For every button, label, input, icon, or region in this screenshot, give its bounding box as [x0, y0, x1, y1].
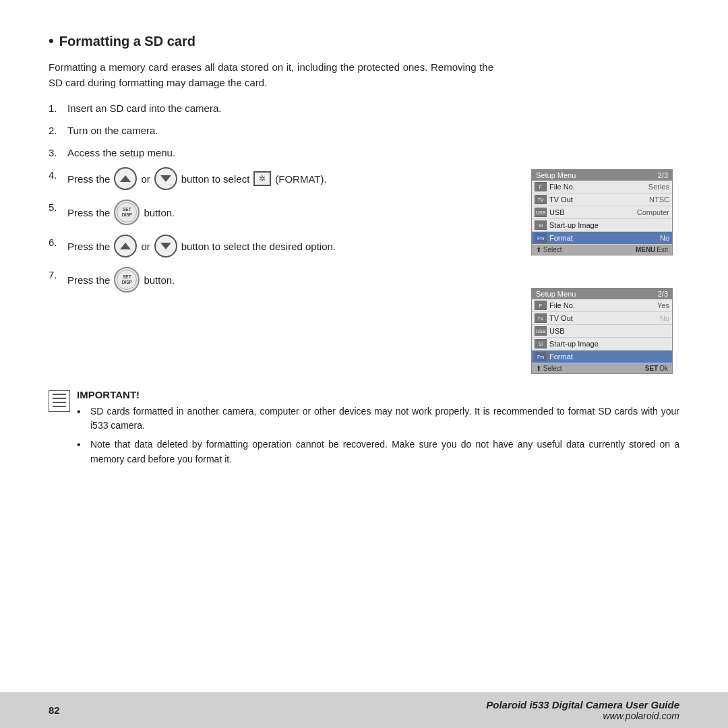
step-3-content: Access the setup menu. [67, 145, 518, 160]
menu1-format-icon: Fm [535, 233, 547, 243]
step-3: 3. Access the setup menu. [49, 145, 518, 160]
step-6-content: Press the or button to select the desire… [67, 235, 518, 257]
menu2-header: Setup Menu 2/3 [532, 289, 672, 299]
menu1-row-tvout: TV TV Out NTSC [532, 193, 672, 206]
menu2-tvout-icon: TV [535, 313, 547, 323]
step-4-num: 4. [49, 167, 67, 183]
important-text-2: Note that data deleted by formatting ope… [90, 437, 679, 466]
line-4 [53, 406, 66, 407]
menu2-startup-icon: SI [535, 339, 547, 348]
important-title: IMPORTANT! [77, 389, 679, 400]
down-button-icon [154, 167, 177, 190]
bullet-mark-2: • [77, 437, 86, 466]
important-bullet-1: • SD cards formatted in another camera, … [77, 404, 679, 433]
important-text-1: SD cards formatted in another camera, co… [90, 404, 679, 433]
menu1-usb-value: Computer [637, 208, 669, 216]
footer-page-number: 82 [49, 704, 60, 716]
important-bullet-2: • Note that data deleted by formatting o… [77, 437, 679, 466]
menu1-row-startup: SI Start-up Image [532, 219, 672, 232]
menu2-footer-select: ⬆ Select [536, 365, 562, 372]
footer-title: Polaroid i533 Digital Camera User Guide [486, 699, 679, 710]
menu1-tvout-value: NTSC [649, 195, 669, 204]
menu2-fileno-label: File No. [549, 301, 655, 309]
menu1-row-usb: USB USB Computer [532, 206, 672, 219]
menu2-header-right: 2/3 [658, 290, 668, 298]
step-2-num: 2. [49, 123, 67, 138]
bullet-mark-1: • [77, 404, 86, 433]
setup-menu-2: Setup Menu 2/3 F File No. Yes TV TV Out … [531, 288, 673, 374]
step-2-content: Turn on the camera. [67, 123, 518, 138]
step-5-num: 5. [49, 200, 67, 215]
footer-url: www.polaroid.com [486, 710, 679, 721]
intro-paragraph: Formatting a memory card erases all data… [49, 59, 493, 91]
important-content: IMPORTANT! • SD cards formatted in anoth… [77, 389, 679, 471]
step-4: 4. Press the or button to select (FORMAT… [49, 167, 518, 190]
step-4-content: Press the or button to select (FORMAT). [67, 167, 518, 190]
step-2: 2. Turn on the camera. [49, 123, 518, 138]
menu2-row-startup: SI Start-up Image [532, 338, 672, 351]
menu2-footer: ⬆ Select SET Ok [532, 363, 672, 373]
up-button-icon [114, 167, 137, 190]
menu1-footer-select: ⬆ Select [536, 246, 562, 253]
menu2-usb-label: USB [549, 327, 667, 335]
step-4-format-text: (FORMAT). [275, 171, 326, 188]
step-7-num: 7. [49, 267, 67, 282]
set-button-icon-7: SETDISP [114, 267, 140, 293]
menu1-header-left: Setup Menu [536, 171, 576, 179]
menu2-row-tvout: TV TV Out No [532, 312, 672, 325]
step-1-num: 1. [49, 100, 67, 116]
up-button-icon-6 [114, 235, 137, 257]
bullet-icon: • [49, 32, 54, 50]
step-5-content: Press the SETDISP button. [67, 200, 518, 225]
important-lines-icon [53, 394, 66, 408]
step-6: 6. Press the or button to select the des… [49, 235, 518, 257]
steps-container: 1. Insert an SD card into the camera. 2.… [49, 100, 679, 374]
menu1-usb-label: USB [549, 208, 634, 216]
step-1: 1. Insert an SD card into the camera. [49, 100, 518, 116]
menu2-footer-ok: SET Ok [645, 365, 668, 372]
menu1-fileno-label: File No. [549, 183, 646, 191]
menu1-usb-icon: USB [535, 208, 547, 217]
menu1-row-fileno: F File No. Series [532, 181, 672, 193]
footer: 82 Polaroid i533 Digital Camera User Gui… [0, 692, 728, 728]
menu2-fileno-value: Yes [657, 301, 669, 309]
step-7-content: Press the SETDISP button. [67, 267, 518, 293]
menu1-startup-label: Start-up Image [549, 221, 667, 229]
step-7: 7. Press the SETDISP button. [49, 267, 518, 293]
step-5-press-text: Press the [67, 204, 110, 222]
step-7-press-text: Press the [67, 272, 110, 289]
menu2-format-label: Format [549, 353, 667, 361]
down-button-icon-6 [154, 235, 177, 257]
step-6-rest: button to select the desired option. [181, 238, 336, 255]
menu2-tvout-label: TV Out [549, 314, 657, 322]
menu1-format-label: Format [549, 234, 657, 242]
step-5-button-text: button. [144, 204, 175, 222]
step-6-or: or [141, 238, 150, 255]
footer-right: Polaroid i533 Digital Camera User Guide … [486, 699, 679, 721]
step-7-button-text: button. [144, 272, 175, 289]
menu2-fileno-icon: F [535, 301, 547, 310]
page: • Formatting a SD card Formatting a memo… [0, 0, 728, 728]
steps-list: 1. Insert an SD card into the camera. 2.… [49, 100, 518, 374]
step-6-num: 6. [49, 235, 67, 250]
step-1-content: Insert an SD card into the camera. [67, 100, 518, 116]
menu1-footer: ⬆ Select MENU Exit [532, 245, 672, 255]
step-4-select-text: select [223, 171, 249, 188]
menu2-usb-icon: USB [535, 326, 547, 336]
menu1-header-right: 2/3 [658, 171, 668, 179]
menu2-format-icon: Fm [535, 352, 547, 361]
step-6-press-text: Press the [67, 238, 110, 255]
important-section: IMPORTANT! • SD cards formatted in anoth… [49, 389, 679, 471]
menu1-header: Setup Menu 2/3 [532, 170, 672, 181]
menu1-fileno-value: Series [648, 183, 669, 191]
line-3 [53, 402, 66, 403]
menu1-format-value: No [660, 234, 669, 242]
section-title: • Formatting a SD card [49, 32, 679, 50]
menu1-footer-exit: MENU Exit [636, 246, 668, 253]
menu1-tvout-icon: TV [535, 195, 547, 204]
step-3-num: 3. [49, 145, 67, 160]
menu1-fileno-icon: F [535, 182, 547, 191]
format-icon [253, 171, 271, 186]
menu-boxes: Setup Menu 2/3 F File No. Series TV TV O… [531, 100, 679, 374]
setup-menu-1: Setup Menu 2/3 F File No. Series TV TV O… [531, 169, 673, 255]
